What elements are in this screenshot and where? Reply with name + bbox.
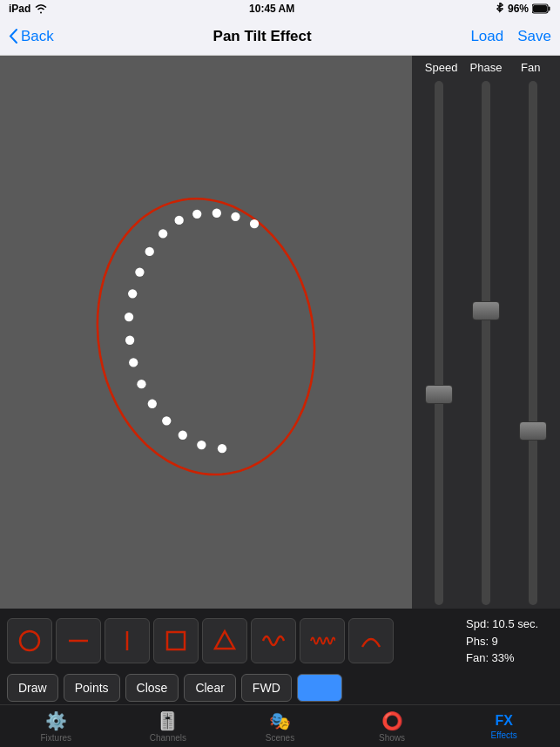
- save-button[interactable]: Save: [517, 28, 551, 45]
- phase-slider[interactable]: [466, 77, 506, 609]
- channels-label: Channels: [150, 733, 186, 743]
- effects-icon: FX: [495, 713, 512, 729]
- shows-tab[interactable]: ⭕ Shows: [336, 705, 449, 747]
- svg-point-21: [250, 219, 259, 228]
- vline-shape-button[interactable]: [105, 618, 150, 663]
- svg-point-5: [145, 247, 154, 256]
- svg-point-11: [137, 380, 145, 388]
- chevron-left-icon: [9, 29, 17, 44]
- sliders-row: [412, 77, 560, 609]
- nav-actions: Load Save: [470, 28, 551, 45]
- svg-point-7: [128, 289, 137, 298]
- shows-label: Shows: [379, 733, 405, 743]
- icon-buttons-row: Spd: 10.5 sec. Phs: 9 Fan: 33%: [0, 612, 560, 670]
- svg-point-15: [197, 441, 206, 449]
- bluetooth-icon: [496, 3, 504, 15]
- canvas-sliders-area: Speed Phase Fan: [0, 56, 560, 609]
- circle-shape-button[interactable]: [7, 618, 52, 663]
- vline-icon: [114, 628, 140, 654]
- wave-shape-button[interactable]: [251, 618, 296, 663]
- svg-point-18: [192, 210, 201, 219]
- points-button[interactable]: Points: [64, 674, 120, 702]
- triangle-shape-button[interactable]: [202, 618, 247, 663]
- status-right: 96%: [496, 3, 551, 15]
- draw-button[interactable]: Draw: [7, 674, 58, 702]
- phase-label: Phase: [463, 61, 508, 74]
- fan-label: Fan: [509, 61, 553, 74]
- svg-point-22: [20, 631, 39, 650]
- pan-tilt-display: [0, 56, 412, 609]
- svg-rect-2: [533, 5, 547, 12]
- shows-icon: ⭕: [381, 710, 403, 731]
- svg-rect-1: [549, 7, 550, 11]
- fan-slider[interactable]: [513, 77, 553, 609]
- wave-icon: [260, 628, 287, 654]
- battery-label: 96%: [508, 3, 529, 15]
- sliders-panel: Speed Phase Fan: [412, 56, 560, 609]
- phase-track: [482, 81, 490, 605]
- arc-shape-button[interactable]: [348, 618, 394, 663]
- svg-point-17: [175, 216, 184, 225]
- svg-point-3: [76, 181, 335, 492]
- effects-tab[interactable]: FX Effects: [448, 705, 560, 747]
- phase-thumb[interactable]: [472, 301, 500, 320]
- time-display: 10:45 AM: [249, 3, 294, 15]
- clear-button[interactable]: Clear: [184, 674, 235, 702]
- fan-track: [529, 81, 537, 605]
- svg-point-6: [135, 267, 144, 276]
- color-swatch-button[interactable]: [297, 674, 342, 702]
- hline-shape-button[interactable]: [56, 618, 101, 663]
- effect-status: Spd: 10.5 sec. Phs: 9 Fan: 33%: [466, 616, 553, 667]
- wifi-icon: [34, 3, 48, 14]
- fwd-button[interactable]: FWD: [241, 674, 292, 702]
- speed-slider[interactable]: [419, 77, 459, 609]
- drawing-canvas[interactable]: [0, 56, 412, 609]
- speed-status: Spd: 10.5 sec.: [466, 616, 553, 633]
- svg-point-16: [218, 444, 226, 453]
- scenes-tab[interactable]: 🎭 Scenes: [224, 705, 336, 747]
- channels-icon: 🎚️: [157, 710, 179, 731]
- fan-status: Fan: 33%: [466, 649, 553, 667]
- svg-marker-26: [215, 631, 234, 649]
- fan-thumb[interactable]: [519, 421, 547, 441]
- triangle-icon: [212, 628, 238, 654]
- nav-bar: Back Pan Tilt Effect Load Save: [0, 17, 560, 56]
- complex-wave-shape-button[interactable]: [300, 618, 345, 663]
- circle-icon: [17, 628, 43, 654]
- main-content: Speed Phase Fan: [0, 56, 560, 704]
- slider-labels: Speed Phase Fan: [412, 56, 560, 77]
- svg-point-19: [213, 209, 221, 218]
- svg-point-20: [231, 212, 240, 221]
- close-button[interactable]: Close: [125, 674, 179, 702]
- back-label: Back: [21, 28, 54, 45]
- speed-label: Speed: [419, 61, 463, 74]
- complex-wave-icon: [309, 628, 335, 654]
- controls-area: Spd: 10.5 sec. Phs: 9 Fan: 33% Draw Poin…: [0, 609, 560, 704]
- load-button[interactable]: Load: [470, 28, 503, 45]
- channels-tab[interactable]: 🎚️ Channels: [112, 705, 225, 747]
- battery-icon: [532, 3, 551, 14]
- hline-icon: [65, 628, 91, 654]
- arc-icon: [358, 628, 384, 654]
- back-button[interactable]: Back: [9, 28, 54, 45]
- fixtures-tab[interactable]: ⚙️ Fixtures: [0, 705, 112, 747]
- svg-rect-25: [167, 632, 185, 649]
- tab-bar: ⚙️ Fixtures 🎚️ Channels 🎭 Scenes ⭕ Shows…: [0, 704, 560, 747]
- scenes-label: Scenes: [266, 733, 294, 743]
- carrier-label: iPad: [9, 3, 30, 15]
- svg-point-12: [148, 400, 157, 408]
- effects-label: Effects: [490, 730, 516, 740]
- svg-point-4: [159, 229, 167, 238]
- square-shape-button[interactable]: [153, 618, 199, 663]
- speed-thumb[interactable]: [425, 385, 453, 404]
- svg-point-13: [162, 416, 171, 425]
- label-buttons-row: Draw Points Close Clear FWD: [0, 670, 560, 705]
- square-icon: [163, 628, 189, 654]
- phase-status: Phs: 9: [466, 633, 553, 650]
- status-left: iPad: [9, 3, 48, 15]
- scenes-icon: 🎭: [269, 710, 291, 731]
- fixtures-icon: ⚙️: [45, 710, 67, 731]
- svg-point-8: [125, 313, 133, 321]
- page-title: Pan Tilt Effect: [213, 28, 312, 45]
- svg-point-14: [179, 431, 187, 440]
